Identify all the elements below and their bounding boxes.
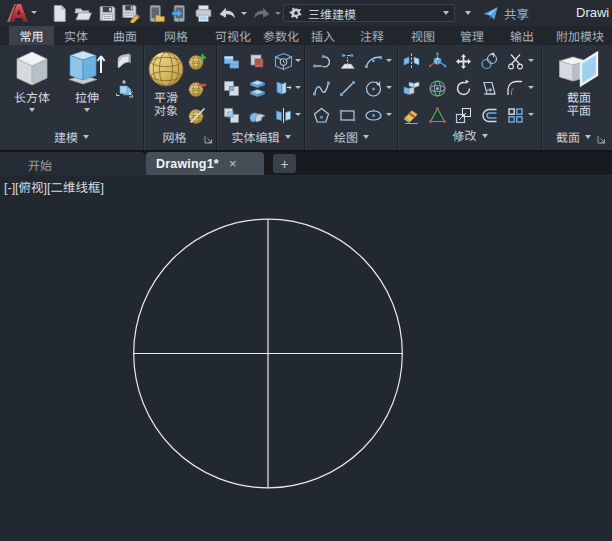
fillet-button[interactable]	[506, 79, 525, 98]
spline-button[interactable]	[312, 79, 331, 98]
mesh-dialog-launcher-icon[interactable]	[204, 135, 213, 144]
file-tab-start[interactable]: 开始	[0, 152, 146, 175]
thicken-dropdown-icon[interactable]	[295, 86, 301, 89]
viewport-menu-control[interactable]: [-]	[4, 181, 15, 196]
align-3d-button[interactable]	[402, 79, 421, 98]
erase-button[interactable]	[402, 106, 421, 125]
move-button[interactable]	[454, 52, 473, 71]
extrude-button[interactable]: 拉伸	[64, 49, 110, 112]
panel-title-draw[interactable]: 绘图	[306, 128, 397, 145]
rotate-button[interactable]	[454, 79, 473, 98]
scale-button[interactable]	[454, 106, 473, 125]
array-button[interactable]	[506, 106, 525, 125]
save-button[interactable]	[95, 3, 119, 23]
undo-dropdown-icon[interactable]	[241, 12, 247, 15]
separate-icon	[274, 106, 293, 125]
solid-edit-button[interactable]	[274, 52, 293, 71]
fillet-dropdown-icon[interactable]	[528, 86, 534, 89]
slice-button[interactable]	[248, 79, 267, 98]
arc-dropdown-icon[interactable]	[386, 59, 392, 62]
save-to-web-mobile-button[interactable]	[167, 3, 191, 23]
smooth-object-button[interactable]: 平滑 对象	[146, 49, 186, 118]
qat-customize-dropdown-icon[interactable]	[465, 11, 471, 15]
close-tab-icon[interactable]: ×	[229, 157, 237, 170]
drawing-canvas[interactable]: [-] [俯视] [二维线框]	[0, 175, 612, 541]
line-button[interactable]	[338, 79, 357, 98]
refine-mesh-button[interactable]	[188, 106, 207, 125]
ribbon-tab-mesh[interactable]: 网格	[157, 26, 195, 45]
open-file-button[interactable]	[71, 3, 95, 23]
ribbon-tab-visualize[interactable]: 可视化	[208, 26, 258, 45]
union-button[interactable]	[222, 52, 241, 71]
ribbon-tab-insert[interactable]: 插入	[304, 26, 342, 45]
file-tab-drawing1[interactable]: Drawing1* ×	[146, 152, 264, 175]
ribbon-tab-solid[interactable]: 实体	[57, 26, 95, 45]
move-3d-button[interactable]	[428, 52, 447, 71]
visual-style-control[interactable]: [二维线框]	[47, 181, 104, 196]
workspace-switcher[interactable]: 三维建模	[283, 4, 455, 22]
undo-icon	[218, 4, 237, 23]
view-control[interactable]: [俯视]	[15, 181, 47, 196]
panel-title-solid-editing[interactable]: 实体编辑	[218, 128, 304, 145]
rotate-3d-button[interactable]	[428, 79, 447, 98]
box-button[interactable]: 长方体	[6, 49, 58, 112]
circle-dropdown-icon[interactable]	[386, 86, 392, 89]
polygon-icon	[312, 106, 331, 125]
ribbon-tab-annotate[interactable]: 注释	[353, 26, 391, 45]
arc-button[interactable]	[364, 52, 383, 71]
trim-button[interactable]	[506, 52, 525, 71]
circle-button[interactable]	[364, 79, 383, 98]
separate-button[interactable]	[274, 106, 293, 125]
title-bar: 三维建模 共享 Drawi	[0, 0, 612, 26]
section-dialog-launcher-icon[interactable]	[597, 135, 606, 144]
array-dropdown-icon[interactable]	[528, 113, 534, 116]
ribbon-tab-parametric[interactable]: 参数化	[256, 26, 306, 45]
polygon-button[interactable]	[312, 106, 331, 125]
interfere-button[interactable]	[222, 106, 241, 125]
separate-dropdown-icon[interactable]	[295, 113, 301, 116]
polysolid-button[interactable]	[115, 52, 134, 71]
rectangle-button[interactable]	[338, 106, 357, 125]
fillet-edge-button[interactable]	[248, 106, 267, 125]
union-icon	[222, 52, 241, 71]
scale-3d-button[interactable]	[428, 106, 447, 125]
polyline-button[interactable]	[312, 52, 331, 71]
share-button[interactable]: 共享	[482, 3, 529, 23]
undo-button[interactable]	[215, 3, 239, 23]
panel-title-modify[interactable]: 修改	[399, 126, 541, 145]
thicken-button[interactable]	[274, 79, 293, 98]
smooth-less-button[interactable]	[188, 79, 207, 98]
application-menu-button[interactable]	[4, 1, 38, 25]
plot-button[interactable]	[191, 3, 215, 23]
ribbon-tab-manage[interactable]: 管理	[453, 26, 491, 45]
extrude-face-button[interactable]	[480, 79, 499, 98]
circle-icon	[364, 79, 383, 98]
ribbon-tab-home[interactable]: 常用	[9, 26, 54, 45]
solid-edit-dropdown-icon[interactable]	[295, 59, 301, 62]
panel-title-mesh[interactable]: 网格	[145, 128, 204, 145]
ribbon-tab-view[interactable]: 视图	[404, 26, 442, 45]
ellipse-dropdown-icon[interactable]	[386, 113, 392, 116]
redo-button[interactable]	[249, 3, 273, 23]
new-file-button[interactable]	[47, 3, 71, 23]
new-drawing-tab-button[interactable]: +	[273, 154, 296, 173]
hatch-button[interactable]	[338, 52, 357, 71]
panel-solid-editing-expand-icon	[285, 135, 291, 139]
redo-dropdown-icon[interactable]	[275, 12, 281, 15]
presspull-button[interactable]	[115, 79, 134, 98]
copy-button[interactable]	[480, 52, 499, 71]
ribbon-tab-output[interactable]: 输出	[503, 26, 541, 45]
section-plane-button[interactable]: 截面 平面	[555, 49, 603, 118]
ribbon-tab-addins[interactable]: 附加模块	[549, 26, 611, 45]
ribbon-tab-surface[interactable]: 曲面	[106, 26, 144, 45]
save-as-button[interactable]	[119, 3, 143, 23]
trim-dropdown-icon[interactable]	[528, 59, 534, 62]
panel-title-modeling[interactable]: 建模	[0, 128, 143, 145]
offset-button[interactable]	[480, 106, 499, 125]
open-from-web-mobile-button[interactable]	[143, 3, 167, 23]
mirror-3d-button[interactable]	[402, 52, 421, 71]
intersect-button[interactable]	[222, 79, 241, 98]
smooth-more-button[interactable]	[188, 52, 207, 71]
ellipse-button[interactable]	[364, 106, 383, 125]
subtract-button[interactable]	[248, 52, 267, 71]
